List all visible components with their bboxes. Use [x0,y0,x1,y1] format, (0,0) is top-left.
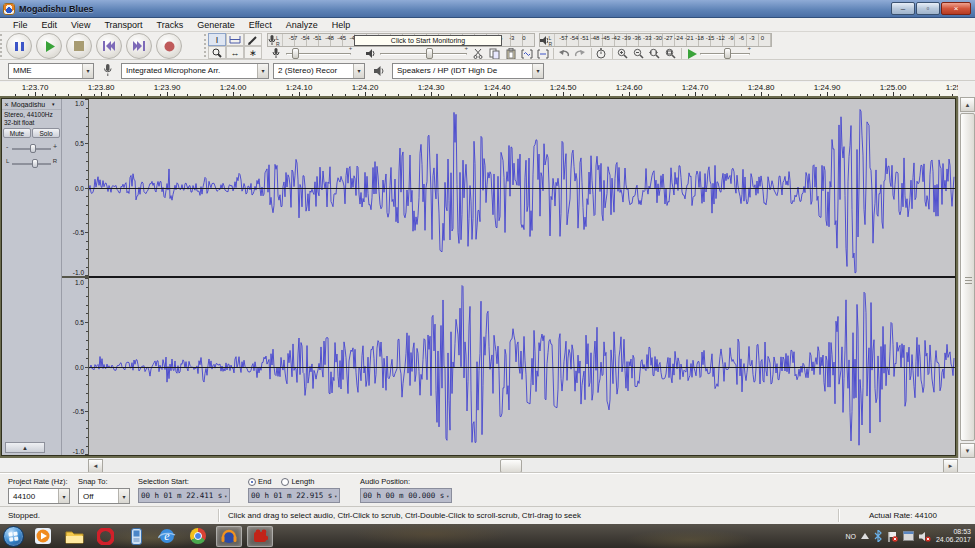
cut-button[interactable] [470,47,486,60]
fit-selection-button[interactable] [647,47,663,60]
paste-button[interactable] [502,47,518,60]
solo-button[interactable]: Solo [32,128,60,138]
pan-slider[interactable]: L R [6,158,57,170]
input-device-select[interactable]: Integrated Microphone Arr.▾ [121,63,269,79]
track-collapse-button[interactable]: ▲ [5,442,45,453]
selection-start-field[interactable]: 00 h 01 m 22.411 s▾ [138,488,230,503]
play-speed-slider[interactable]: + [700,48,750,59]
waveform-canvas-left[interactable] [89,99,955,276]
taskbar-chrome-icon[interactable] [185,526,211,547]
input-volume-slider[interactable]: + [286,48,351,59]
close-button[interactable]: × [941,2,971,15]
recording-meter[interactable]: LR -57-54-51-48-45-42-39-36-33-30-27-24-… [267,33,535,47]
playback-meter[interactable]: LR -57-54-51-48-45-42-39-36-33-30-27-24-… [539,33,772,47]
maximize-button[interactable]: ▫ [916,2,940,15]
fit-project-button[interactable] [663,47,679,60]
vertical-scrollbar[interactable]: ▲ ▼ [958,97,975,458]
amplitude-label: 1.0 [75,100,84,107]
redo-button[interactable] [572,47,588,60]
scroll-up-icon[interactable]: ▲ [960,97,975,112]
end-radio[interactable]: End [248,477,271,486]
start-button[interactable] [3,526,24,547]
waveform-right-channel[interactable] [89,278,955,455]
scroll-down-icon[interactable]: ▼ [960,443,975,458]
record-button[interactable] [156,33,182,59]
menu-tracks[interactable]: Tracks [150,20,191,30]
snap-to-select[interactable]: Off▾ [78,488,130,504]
input-channels-select[interactable]: 2 (Stereo) Recor▾ [273,63,365,79]
menu-generate[interactable]: Generate [190,20,242,30]
pause-button[interactable] [6,33,32,59]
output-device-select[interactable]: Speakers / HP (IDT High De▾ [392,63,544,79]
silence-audio-button[interactable] [535,47,551,60]
trim-audio-button[interactable] [519,47,535,60]
play-at-speed-button[interactable] [684,47,700,60]
clock[interactable]: 08:53 24.06.2017 [936,528,971,544]
monitor-tooltip[interactable]: Click to Start Monitoring [354,35,502,46]
sync-lock-button[interactable] [593,47,609,60]
zoom-in-button[interactable] [614,47,630,60]
tray-expand-icon[interactable] [861,533,869,539]
skip-to-end-button[interactable] [126,33,152,59]
input-volume-mic-icon [267,47,286,60]
draw-tool-button[interactable] [244,33,262,46]
scroll-right-icon[interactable]: ► [943,459,958,473]
horizontal-scroll-thumb[interactable] [500,459,522,473]
menu-effect[interactable]: Effect [242,20,279,30]
zoom-tool-button[interactable] [208,46,226,59]
taskbar-plugin-icon[interactable] [247,526,273,547]
bluetooth-icon[interactable] [874,530,882,542]
taskbar-explorer-icon[interactable] [61,526,87,547]
taskbar-audacity-icon[interactable] [216,526,242,547]
menu-view[interactable]: View [64,20,97,30]
multi-tool-button[interactable]: ∗ [244,46,262,59]
menu-edit[interactable]: Edit [35,20,65,30]
undo-button[interactable] [556,47,572,60]
length-radio[interactable]: Length [281,477,314,486]
timeline-ruler[interactable]: 1:23.701:23.801:23.901:24.001:24.101:24.… [0,82,958,97]
audio-position-field[interactable]: 00 h 00 m 00.000 s▾ [360,488,452,503]
project-rate-select[interactable]: 44100▾ [8,488,70,504]
volume-muted-icon[interactable] [919,531,931,542]
track-name[interactable]: Mogadishu [11,101,52,108]
track-close-icon[interactable]: × [2,101,11,108]
meter-tick: -51 [313,35,322,41]
action-center-flag-icon[interactable] [887,531,898,542]
toolbar-grip[interactable] [0,34,4,57]
timeshift-tool-button[interactable]: ↔ [226,46,244,59]
taskbar-opera-icon[interactable] [92,526,118,547]
skip-to-start-button[interactable] [96,33,122,59]
envelope-tool-button[interactable] [226,33,244,46]
horizontal-scrollbar[interactable]: ◄ ► [88,459,958,473]
tray-window-icon[interactable] [903,531,914,541]
copy-button[interactable] [486,47,502,60]
taskbar-media-player-icon[interactable] [30,526,56,547]
timeline-label: 1:23.70 [22,83,49,92]
minimize-button[interactable]: – [891,2,915,15]
waveform-left-channel[interactable] [89,99,955,276]
menu-analyze[interactable]: Analyze [279,20,325,30]
language-indicator[interactable]: NO [845,533,856,540]
selection-tool-button[interactable]: I [208,33,226,46]
mute-button[interactable]: Mute [3,128,31,138]
stop-button[interactable] [66,33,92,59]
menu-help[interactable]: Help [325,20,358,30]
vertical-scroll-thumb[interactable] [960,113,975,441]
zoom-out-button[interactable] [631,47,647,60]
input-device-mic-icon [98,64,117,77]
output-volume-slider[interactable]: + [380,48,467,59]
vertical-ruler-right-channel[interactable]: 1.00.50.0-0.5-1.0 [62,278,88,455]
scroll-left-icon[interactable]: ◄ [88,459,103,473]
title-bar[interactable]: Mogadishu Blues – ▫ × [0,0,975,18]
taskbar-internet-explorer-icon[interactable]: e [154,526,180,547]
audio-host-select[interactable]: MME▾ [8,63,94,79]
menu-transport[interactable]: Transport [97,20,149,30]
waveform-canvas-right[interactable] [89,278,955,455]
play-button[interactable] [36,33,62,59]
track-menu-chevron-icon[interactable]: ▾ [52,101,61,107]
menu-file[interactable]: File [6,20,35,30]
gain-slider[interactable]: - + [6,143,57,155]
selection-end-field[interactable]: 00 h 01 m 22.915 s▾ [248,488,340,503]
vertical-ruler-left-channel[interactable]: 1.00.50.0-0.5-1.0 [62,99,88,276]
taskbar-phone-suite-icon[interactable] [123,526,149,547]
